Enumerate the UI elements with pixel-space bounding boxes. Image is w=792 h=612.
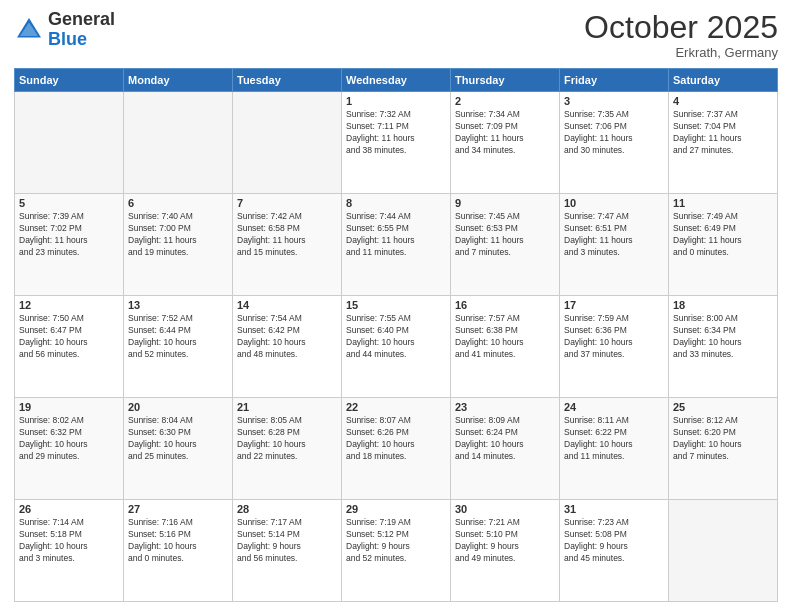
day-info: Sunrise: 7:47 AM Sunset: 6:51 PM Dayligh… — [564, 211, 664, 259]
calendar-cell: 29Sunrise: 7:19 AM Sunset: 5:12 PM Dayli… — [342, 500, 451, 602]
day-info: Sunrise: 7:37 AM Sunset: 7:04 PM Dayligh… — [673, 109, 773, 157]
day-info: Sunrise: 7:42 AM Sunset: 6:58 PM Dayligh… — [237, 211, 337, 259]
calendar-cell: 26Sunrise: 7:14 AM Sunset: 5:18 PM Dayli… — [15, 500, 124, 602]
day-number: 20 — [128, 401, 228, 413]
day-number: 30 — [455, 503, 555, 515]
day-info: Sunrise: 8:00 AM Sunset: 6:34 PM Dayligh… — [673, 313, 773, 361]
day-info: Sunrise: 7:35 AM Sunset: 7:06 PM Dayligh… — [564, 109, 664, 157]
day-info: Sunrise: 7:23 AM Sunset: 5:08 PM Dayligh… — [564, 517, 664, 565]
day-number: 26 — [19, 503, 119, 515]
calendar-cell: 25Sunrise: 8:12 AM Sunset: 6:20 PM Dayli… — [669, 398, 778, 500]
calendar-cell: 31Sunrise: 7:23 AM Sunset: 5:08 PM Dayli… — [560, 500, 669, 602]
calendar-cell: 20Sunrise: 8:04 AM Sunset: 6:30 PM Dayli… — [124, 398, 233, 500]
day-info: Sunrise: 8:07 AM Sunset: 6:26 PM Dayligh… — [346, 415, 446, 463]
day-number: 6 — [128, 197, 228, 209]
day-info: Sunrise: 7:21 AM Sunset: 5:10 PM Dayligh… — [455, 517, 555, 565]
calendar-cell: 13Sunrise: 7:52 AM Sunset: 6:44 PM Dayli… — [124, 296, 233, 398]
calendar-header-row: SundayMondayTuesdayWednesdayThursdayFrid… — [15, 69, 778, 92]
day-number: 1 — [346, 95, 446, 107]
calendar-cell: 22Sunrise: 8:07 AM Sunset: 6:26 PM Dayli… — [342, 398, 451, 500]
calendar-weekday-saturday: Saturday — [669, 69, 778, 92]
day-info: Sunrise: 7:32 AM Sunset: 7:11 PM Dayligh… — [346, 109, 446, 157]
calendar-cell — [233, 92, 342, 194]
calendar-cell: 12Sunrise: 7:50 AM Sunset: 6:47 PM Dayli… — [15, 296, 124, 398]
day-number: 3 — [564, 95, 664, 107]
day-info: Sunrise: 8:11 AM Sunset: 6:22 PM Dayligh… — [564, 415, 664, 463]
day-number: 23 — [455, 401, 555, 413]
day-number: 31 — [564, 503, 664, 515]
day-number: 12 — [19, 299, 119, 311]
day-info: Sunrise: 7:49 AM Sunset: 6:49 PM Dayligh… — [673, 211, 773, 259]
day-info: Sunrise: 7:52 AM Sunset: 6:44 PM Dayligh… — [128, 313, 228, 361]
day-info: Sunrise: 7:54 AM Sunset: 6:42 PM Dayligh… — [237, 313, 337, 361]
calendar-weekday-monday: Monday — [124, 69, 233, 92]
location: Erkrath, Germany — [584, 45, 778, 60]
calendar-cell: 9Sunrise: 7:45 AM Sunset: 6:53 PM Daylig… — [451, 194, 560, 296]
day-number: 16 — [455, 299, 555, 311]
logo-blue: Blue — [48, 29, 87, 49]
day-number: 4 — [673, 95, 773, 107]
day-number: 24 — [564, 401, 664, 413]
logo-icon — [14, 15, 44, 45]
day-number: 11 — [673, 197, 773, 209]
day-info: Sunrise: 7:55 AM Sunset: 6:40 PM Dayligh… — [346, 313, 446, 361]
day-info: Sunrise: 7:16 AM Sunset: 5:16 PM Dayligh… — [128, 517, 228, 565]
calendar-cell: 30Sunrise: 7:21 AM Sunset: 5:10 PM Dayli… — [451, 500, 560, 602]
title-block: October 2025 Erkrath, Germany — [584, 10, 778, 60]
calendar-cell: 6Sunrise: 7:40 AM Sunset: 7:00 PM Daylig… — [124, 194, 233, 296]
page: General Blue October 2025 Erkrath, Germa… — [0, 0, 792, 612]
calendar-cell: 16Sunrise: 7:57 AM Sunset: 6:38 PM Dayli… — [451, 296, 560, 398]
logo-text: General Blue — [48, 10, 115, 50]
day-number: 14 — [237, 299, 337, 311]
day-info: Sunrise: 7:40 AM Sunset: 7:00 PM Dayligh… — [128, 211, 228, 259]
calendar-cell: 21Sunrise: 8:05 AM Sunset: 6:28 PM Dayli… — [233, 398, 342, 500]
calendar-cell: 4Sunrise: 7:37 AM Sunset: 7:04 PM Daylig… — [669, 92, 778, 194]
day-number: 13 — [128, 299, 228, 311]
day-number: 18 — [673, 299, 773, 311]
day-number: 27 — [128, 503, 228, 515]
calendar-weekday-tuesday: Tuesday — [233, 69, 342, 92]
calendar-cell: 7Sunrise: 7:42 AM Sunset: 6:58 PM Daylig… — [233, 194, 342, 296]
day-info: Sunrise: 7:59 AM Sunset: 6:36 PM Dayligh… — [564, 313, 664, 361]
calendar-week-4: 19Sunrise: 8:02 AM Sunset: 6:32 PM Dayli… — [15, 398, 778, 500]
day-number: 22 — [346, 401, 446, 413]
calendar-cell: 10Sunrise: 7:47 AM Sunset: 6:51 PM Dayli… — [560, 194, 669, 296]
day-info: Sunrise: 8:02 AM Sunset: 6:32 PM Dayligh… — [19, 415, 119, 463]
calendar-week-1: 1Sunrise: 7:32 AM Sunset: 7:11 PM Daylig… — [15, 92, 778, 194]
day-number: 7 — [237, 197, 337, 209]
day-info: Sunrise: 8:09 AM Sunset: 6:24 PM Dayligh… — [455, 415, 555, 463]
day-number: 28 — [237, 503, 337, 515]
day-number: 2 — [455, 95, 555, 107]
calendar-cell: 8Sunrise: 7:44 AM Sunset: 6:55 PM Daylig… — [342, 194, 451, 296]
day-info: Sunrise: 7:45 AM Sunset: 6:53 PM Dayligh… — [455, 211, 555, 259]
day-info: Sunrise: 7:39 AM Sunset: 7:02 PM Dayligh… — [19, 211, 119, 259]
calendar-week-2: 5Sunrise: 7:39 AM Sunset: 7:02 PM Daylig… — [15, 194, 778, 296]
calendar-cell: 3Sunrise: 7:35 AM Sunset: 7:06 PM Daylig… — [560, 92, 669, 194]
day-number: 17 — [564, 299, 664, 311]
day-number: 25 — [673, 401, 773, 413]
day-number: 29 — [346, 503, 446, 515]
calendar-cell: 14Sunrise: 7:54 AM Sunset: 6:42 PM Dayli… — [233, 296, 342, 398]
calendar-cell: 27Sunrise: 7:16 AM Sunset: 5:16 PM Dayli… — [124, 500, 233, 602]
day-number: 5 — [19, 197, 119, 209]
day-number: 19 — [19, 401, 119, 413]
month-title: October 2025 — [584, 10, 778, 45]
calendar-week-3: 12Sunrise: 7:50 AM Sunset: 6:47 PM Dayli… — [15, 296, 778, 398]
calendar-table: SundayMondayTuesdayWednesdayThursdayFrid… — [14, 68, 778, 602]
day-info: Sunrise: 8:04 AM Sunset: 6:30 PM Dayligh… — [128, 415, 228, 463]
day-number: 10 — [564, 197, 664, 209]
day-number: 9 — [455, 197, 555, 209]
day-info: Sunrise: 7:17 AM Sunset: 5:14 PM Dayligh… — [237, 517, 337, 565]
calendar-cell: 24Sunrise: 8:11 AM Sunset: 6:22 PM Dayli… — [560, 398, 669, 500]
calendar-cell: 17Sunrise: 7:59 AM Sunset: 6:36 PM Dayli… — [560, 296, 669, 398]
day-info: Sunrise: 7:44 AM Sunset: 6:55 PM Dayligh… — [346, 211, 446, 259]
day-info: Sunrise: 7:57 AM Sunset: 6:38 PM Dayligh… — [455, 313, 555, 361]
logo-general: General — [48, 9, 115, 29]
calendar-cell: 1Sunrise: 7:32 AM Sunset: 7:11 PM Daylig… — [342, 92, 451, 194]
calendar-weekday-wednesday: Wednesday — [342, 69, 451, 92]
day-info: Sunrise: 7:50 AM Sunset: 6:47 PM Dayligh… — [19, 313, 119, 361]
header: General Blue October 2025 Erkrath, Germa… — [14, 10, 778, 60]
calendar-cell: 5Sunrise: 7:39 AM Sunset: 7:02 PM Daylig… — [15, 194, 124, 296]
calendar-cell: 28Sunrise: 7:17 AM Sunset: 5:14 PM Dayli… — [233, 500, 342, 602]
day-number: 15 — [346, 299, 446, 311]
